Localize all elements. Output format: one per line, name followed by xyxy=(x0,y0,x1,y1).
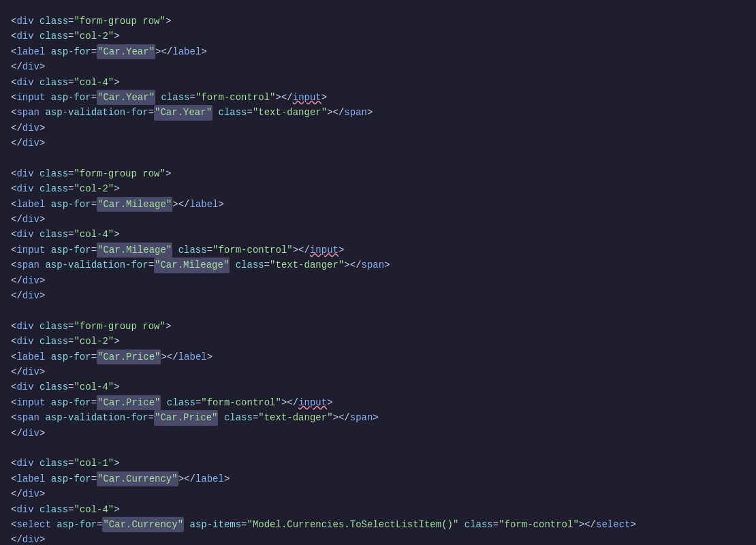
code-line: <div class="form-group row"> xyxy=(0,166,756,181)
attr-value-highlighted: "Car.Year" xyxy=(154,105,212,120)
punctuation: > xyxy=(40,273,45,288)
punctuation: = xyxy=(68,166,74,181)
attr-name: class xyxy=(218,410,252,425)
code-line: <div class="col-2"> xyxy=(0,181,756,196)
attr-name: asp-validation-for xyxy=(40,410,148,425)
attr-name: class xyxy=(34,181,68,196)
attr-value: "text-danger" xyxy=(270,258,344,272)
punctuation: > xyxy=(201,44,206,59)
punctuation: = xyxy=(148,105,154,120)
punctuation: < xyxy=(11,395,16,410)
attr-name: asp-validation-for xyxy=(40,105,148,120)
punctuation: < xyxy=(11,456,16,471)
attr-value: "text-danger" xyxy=(258,410,332,425)
punctuation: < xyxy=(11,379,16,394)
html-tag: input xyxy=(16,243,45,258)
html-tag: span xyxy=(16,105,40,120)
attr-value-highlighted: "Car.Mileage" xyxy=(154,258,230,272)
punctuation: = xyxy=(91,349,97,364)
attr-name: asp-for xyxy=(45,395,91,410)
punctuation: < xyxy=(11,349,16,364)
html-tag: span xyxy=(16,258,40,272)
punctuation: = xyxy=(68,334,74,349)
attr-value: "form-group row" xyxy=(74,166,165,181)
punctuation: < xyxy=(11,410,16,425)
punctuation: </ xyxy=(11,59,22,74)
punctuation: > xyxy=(327,395,332,410)
punctuation: > xyxy=(338,243,344,258)
punctuation: < xyxy=(11,517,16,532)
attr-value-highlighted: "Car.Year" xyxy=(97,90,155,105)
attr-value: "form-control" xyxy=(195,90,276,105)
punctuation: > xyxy=(114,29,119,44)
punctuation: > xyxy=(40,486,45,501)
code-line: <label asp-for="Car.Mileage"></label> xyxy=(0,197,756,212)
punctuation: = xyxy=(91,197,97,212)
punctuation: > xyxy=(40,121,45,136)
code-line: <span asp-validation-for="Car.Year" clas… xyxy=(0,105,756,120)
punctuation: = xyxy=(68,456,74,471)
punctuation: < xyxy=(11,471,16,486)
attr-value: "text-danger" xyxy=(253,105,327,120)
attr-name: class xyxy=(34,319,68,334)
html-tag: div xyxy=(16,227,33,242)
html-tag: div xyxy=(22,136,40,151)
attr-name: class xyxy=(230,258,264,272)
punctuation: = xyxy=(68,75,74,90)
punctuation: ></ xyxy=(293,243,310,258)
punctuation: < xyxy=(11,319,16,334)
code-line: </div> xyxy=(0,212,756,227)
attr-value: "col-4" xyxy=(74,502,114,517)
html-tag: div xyxy=(16,319,33,334)
punctuation: = xyxy=(493,517,499,532)
attr-value: "form-group row" xyxy=(74,14,165,29)
punctuation: > xyxy=(114,334,119,349)
punctuation: < xyxy=(11,258,16,272)
attr-value: "Model.Currencies.ToSelectListItem()" xyxy=(247,517,459,532)
punctuation: < xyxy=(11,166,16,181)
punctuation: = xyxy=(68,14,74,29)
code-line xyxy=(0,303,756,318)
punctuation: = xyxy=(241,517,247,532)
attr-value-highlighted: "Car.Price" xyxy=(97,349,161,364)
attr-name: class xyxy=(155,90,189,105)
attr-name: asp-for xyxy=(45,197,91,212)
html-tag: span xyxy=(344,105,367,120)
punctuation: </ xyxy=(11,486,22,501)
punctuation: = xyxy=(91,90,97,105)
html-tag: input xyxy=(16,90,45,105)
attr-name: class xyxy=(34,75,68,90)
punctuation: = xyxy=(68,319,74,334)
punctuation: < xyxy=(11,181,16,196)
html-tag: div xyxy=(22,59,40,74)
code-line xyxy=(0,441,756,456)
punctuation: ></ xyxy=(281,395,298,410)
punctuation: > xyxy=(114,502,119,517)
attr-name: class xyxy=(34,456,68,471)
code-line: <div class="col-1"> xyxy=(0,456,756,471)
attr-name: asp-validation-for xyxy=(40,258,148,272)
punctuation: ></ xyxy=(344,258,361,272)
attr-value: "col-2" xyxy=(74,334,114,349)
punctuation: < xyxy=(11,14,16,29)
punctuation: > xyxy=(384,258,390,272)
attr-name: class xyxy=(34,29,68,44)
punctuation: ></ xyxy=(579,517,596,532)
punctuation: = xyxy=(91,44,97,59)
html-tag: div xyxy=(16,181,33,196)
punctuation: = xyxy=(195,395,201,410)
html-tag: div xyxy=(22,288,40,303)
punctuation: = xyxy=(189,90,195,105)
punctuation: > xyxy=(40,136,45,151)
html-tag: div xyxy=(16,75,33,90)
punctuation: > xyxy=(367,105,373,120)
punctuation: ></ xyxy=(155,44,172,59)
html-tag: select xyxy=(16,517,50,532)
html-tag: div xyxy=(16,166,33,181)
code-line: </div> xyxy=(0,532,756,545)
punctuation: > xyxy=(40,288,45,303)
html-tag: label xyxy=(195,471,224,486)
punctuation: ></ xyxy=(172,197,189,212)
punctuation: < xyxy=(11,105,16,120)
code-line: <label asp-for="Car.Price"></label> xyxy=(0,349,756,364)
